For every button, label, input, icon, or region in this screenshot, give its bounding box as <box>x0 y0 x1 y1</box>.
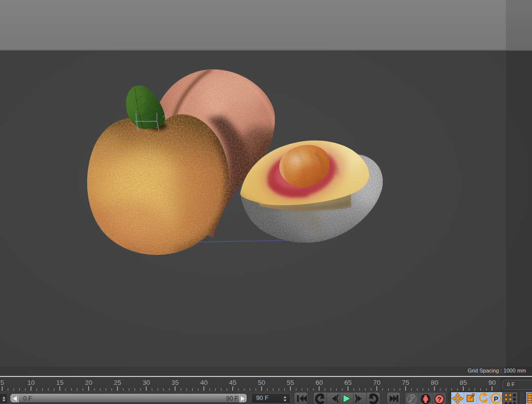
svg-text:?: ? <box>437 396 441 403</box>
svg-text:P: P <box>494 395 498 403</box>
